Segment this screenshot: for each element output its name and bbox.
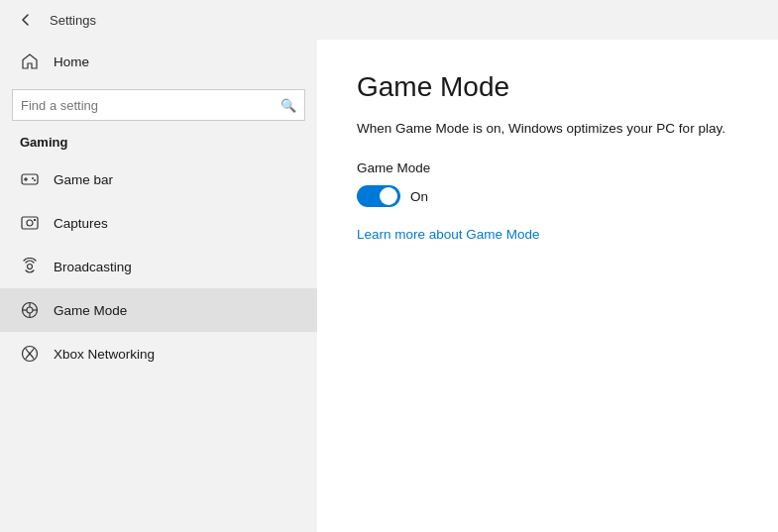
svg-point-4 <box>34 179 36 181</box>
svg-point-8 <box>28 265 33 269</box>
game-bar-icon <box>20 169 40 189</box>
game-mode-toggle-row: On <box>357 185 738 207</box>
captures-icon <box>20 213 40 233</box>
sidebar-section-label: Gaming <box>0 135 317 158</box>
home-icon <box>20 52 40 71</box>
svg-point-10 <box>27 307 33 313</box>
content-description: When Game Mode is on, Windows optimizes … <box>357 119 738 139</box>
main-layout: Home 🔍 Gaming Game bar <box>0 40 778 532</box>
learn-more-link[interactable]: Learn more about Game Mode <box>357 227 540 242</box>
search-box[interactable]: 🔍 <box>12 89 305 121</box>
sidebar-item-captures[interactable]: Captures <box>0 201 317 245</box>
sidebar-home-label: Home <box>54 54 89 69</box>
game-mode-toggle[interactable] <box>357 185 400 207</box>
svg-point-3 <box>32 177 34 179</box>
game-mode-toggle-label: On <box>410 189 428 204</box>
sidebar-xbox-networking-label: Xbox Networking <box>54 347 155 362</box>
sidebar-item-game-bar[interactable]: Game bar <box>0 158 317 201</box>
svg-point-6 <box>27 220 33 226</box>
sidebar-item-game-mode[interactable]: Game Mode <box>0 288 317 332</box>
xbox-networking-icon <box>20 344 40 364</box>
content-area: Game Mode When Game Mode is on, Windows … <box>317 40 778 532</box>
sidebar-game-mode-label: Game Mode <box>54 303 127 318</box>
svg-rect-7 <box>34 219 36 221</box>
back-button[interactable] <box>12 6 40 34</box>
game-mode-icon <box>20 300 40 320</box>
sidebar: Home 🔍 Gaming Game bar <box>0 40 317 532</box>
search-input[interactable] <box>21 98 280 113</box>
broadcasting-icon <box>20 257 40 276</box>
sidebar-item-home[interactable]: Home <box>0 40 317 83</box>
svg-rect-5 <box>22 217 38 229</box>
sidebar-broadcasting-label: Broadcasting <box>54 260 132 274</box>
page-title: Game Mode <box>357 71 738 103</box>
search-icon: 🔍 <box>280 98 296 113</box>
titlebar: Settings <box>0 0 778 40</box>
sidebar-game-bar-label: Game bar <box>54 172 113 187</box>
game-mode-setting-label: Game Mode <box>357 160 738 175</box>
sidebar-item-xbox-networking[interactable]: Xbox Networking <box>0 332 317 375</box>
sidebar-item-broadcasting[interactable]: Broadcasting <box>0 245 317 288</box>
sidebar-captures-label: Captures <box>54 216 108 231</box>
titlebar-title: Settings <box>50 13 96 28</box>
